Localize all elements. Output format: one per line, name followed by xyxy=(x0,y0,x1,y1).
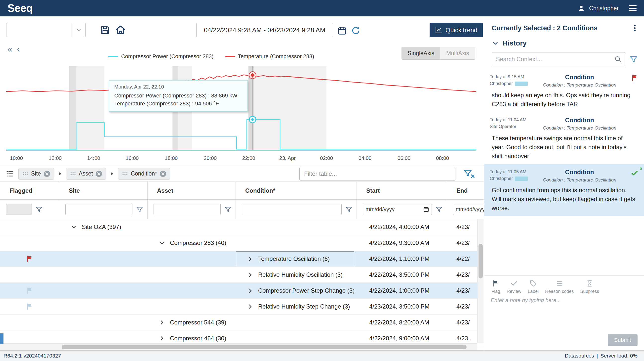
quicktrend-button[interactable]: QuickTrend xyxy=(430,23,483,37)
table-row[interactable]: Compressor 544 (39) 4/22/2024, 8:20:00 A… xyxy=(0,314,484,330)
datasources-link[interactable]: Datasources xyxy=(565,353,594,359)
chevron-right-icon[interactable] xyxy=(158,335,166,342)
breadcrumb-chip-condition[interactable]: Condition* xyxy=(118,168,170,180)
pan-left-fast-icon[interactable]: « xyxy=(8,45,12,54)
tooltip-temp-value: Temperature (Compressor 283) : 94.506 °F xyxy=(114,100,242,108)
chevron-right-icon[interactable] xyxy=(247,255,254,262)
entry-type: Condition xyxy=(534,117,624,124)
condition-filter-input[interactable] xyxy=(242,204,342,215)
column-header-condition[interactable]: Condition* xyxy=(236,182,357,199)
calendar-icon[interactable] xyxy=(423,206,429,212)
table-row[interactable]: Compressor Power Step Change (3) 4/22/20… xyxy=(0,283,484,299)
tree-toggle[interactable]: Site OZA (397) xyxy=(60,219,148,235)
chevron-right-icon[interactable] xyxy=(247,271,254,278)
chevron-down-icon[interactable] xyxy=(70,223,77,230)
tree-toggle[interactable]: Compressor 283 (40) xyxy=(148,235,236,251)
single-axis-button[interactable]: SingleAxis xyxy=(402,47,440,60)
vertical-scrollbar[interactable] xyxy=(477,219,484,343)
kebab-menu-icon[interactable] xyxy=(630,24,639,32)
horizontal-scrollbar-thumb[interactable] xyxy=(62,345,466,349)
chevron-right-icon[interactable] xyxy=(158,319,166,326)
username: Christopher xyxy=(589,5,619,12)
home-icon[interactable] xyxy=(115,24,126,36)
chevron-down-icon[interactable] xyxy=(72,23,86,37)
remove-icon[interactable] xyxy=(44,170,50,177)
table-row[interactable]: Compressor 283 (40) 4/22/2024, 9:30:00 A… xyxy=(0,235,484,251)
vertical-scrollbar-thumb[interactable] xyxy=(478,244,483,278)
flag-icon[interactable] xyxy=(26,255,34,262)
flag-icon[interactable] xyxy=(631,74,638,82)
menu-icon[interactable] xyxy=(629,5,636,11)
column-header-end[interactable]: End xyxy=(447,182,484,199)
history-section-toggle[interactable]: History xyxy=(484,34,644,49)
column-header-start[interactable]: Start xyxy=(357,182,447,199)
chevron-down-icon[interactable] xyxy=(158,239,166,246)
breadcrumb-chip-site[interactable]: Site xyxy=(18,168,54,180)
date-range-input[interactable]: 04/22/2024 9:28 AM - 04/23/2024 9:28 AM xyxy=(196,23,333,37)
filter-icon[interactable] xyxy=(435,206,443,213)
worksheet-selector-value[interactable] xyxy=(6,23,72,37)
filter-icon[interactable] xyxy=(345,206,352,213)
asset-filter-input[interactable] xyxy=(154,204,221,215)
table-filter-input[interactable] xyxy=(300,167,456,181)
flag-action[interactable]: Flag xyxy=(488,280,503,294)
multi-axis-button[interactable]: MultiAxis xyxy=(440,47,475,60)
entry-body: Got confirmation from ops this is normal… xyxy=(490,183,638,214)
search-icon[interactable] xyxy=(614,56,622,63)
filter-icon[interactable] xyxy=(136,206,143,213)
flag-muted-icon[interactable] xyxy=(26,287,34,294)
flag-muted-icon[interactable] xyxy=(26,303,34,310)
filter-icon[interactable] xyxy=(35,206,43,213)
column-header-site[interactable]: Site xyxy=(60,182,148,199)
end-date-filter[interactable]: mm/dd/yyyy xyxy=(453,204,484,215)
history-entry[interactable]: Today at 9:15 AM Christopher Condition C… xyxy=(484,69,644,112)
context-search-input[interactable] xyxy=(492,52,625,66)
scroll-left-accent xyxy=(0,333,4,344)
tree-toggle[interactable]: Compressor Power Step Change (3) xyxy=(236,283,357,298)
table-row[interactable]: Site OZA (397) 4/22/2024, 4:00:00 AM 4/2… xyxy=(0,219,484,235)
reason-codes-action[interactable]: Reason codes xyxy=(542,280,577,294)
seeq-app: Seeq Christopher 04/22/2024 9:28 AM - 04… xyxy=(0,0,644,361)
table-row[interactable]: Relative Humidity Oscillation (3) 4/22/2… xyxy=(0,267,484,283)
save-icon[interactable] xyxy=(100,25,110,35)
history-entry[interactable]: Today at 11:04 AM Site Operator Conditio… xyxy=(484,112,644,164)
remove-icon[interactable] xyxy=(96,170,102,177)
context-filter-icon[interactable] xyxy=(629,55,638,63)
status-bar: R64.2.1-v202404170327 Datasources | Serv… xyxy=(0,350,644,361)
start-date-filter[interactable]: mm/dd/yyyy xyxy=(363,204,432,215)
table-row[interactable]: Temperature Oscillation (6) 4/22/2024, 1… xyxy=(0,251,484,267)
tree-toggle[interactable]: Relative Humidity Step Change (3) xyxy=(236,299,357,314)
refresh-icon[interactable] xyxy=(351,26,361,36)
tree-toggle[interactable]: Relative Humidity Oscillation (3) xyxy=(236,267,357,282)
table-row[interactable]: Relative Humidity Step Change (3) 4/23/2… xyxy=(0,299,484,314)
tooltip-power-value: Compressor Power (Compressor 283) : 38.8… xyxy=(114,92,242,100)
column-header-asset[interactable]: Asset xyxy=(148,182,236,199)
context-panel: Currently Selected : 2 Conditions Histor… xyxy=(484,17,644,350)
remove-icon[interactable] xyxy=(160,170,166,177)
table-levels-icon[interactable] xyxy=(6,169,14,178)
breadcrumb-chip-asset[interactable]: Asset xyxy=(66,168,106,180)
clear-filters-icon[interactable] xyxy=(463,169,475,179)
site-filter-input[interactable] xyxy=(65,204,132,215)
chevron-right-icon[interactable] xyxy=(247,303,254,310)
review-action[interactable]: Review xyxy=(503,280,524,294)
trend-chart: « ‹ Compressor Power (Compressor 283) Te… xyxy=(0,41,484,166)
tree-toggle[interactable]: Compressor 544 (39) xyxy=(148,314,236,330)
tree-toggle[interactable]: Temperature Oscillation (6) xyxy=(236,251,354,266)
horizontal-scrollbar[interactable] xyxy=(0,343,477,350)
pan-left-icon[interactable]: ‹ xyxy=(17,45,20,54)
calendar-icon[interactable] xyxy=(338,26,347,35)
note-input[interactable] xyxy=(491,297,638,334)
suppress-action[interactable]: Suppress xyxy=(577,280,602,294)
history-entry-selected[interactable]: Today at 11:05 AM Christopher Condition … xyxy=(484,164,644,216)
legend-item-temperature[interactable]: Temperature (Compressor 283) xyxy=(225,53,314,60)
label-action[interactable]: Label xyxy=(524,280,542,294)
chevron-right-icon[interactable] xyxy=(247,287,254,294)
worksheet-selector[interactable] xyxy=(6,23,86,37)
submit-button[interactable]: Submit xyxy=(608,334,638,346)
legend-item-power[interactable]: Compressor Power (Compressor 283) xyxy=(108,53,214,60)
column-header-flagged[interactable]: Flagged xyxy=(0,182,60,199)
reviewed-check-icon[interactable] xyxy=(630,169,638,177)
filter-icon[interactable] xyxy=(224,206,232,213)
condition-table-section: Site Asset Condition* xyxy=(0,166,484,350)
